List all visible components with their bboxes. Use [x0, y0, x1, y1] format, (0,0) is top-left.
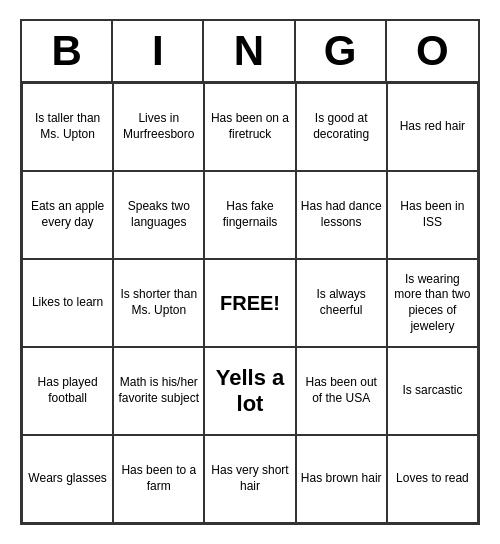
bingo-cell-1: Lives in Murfreesboro [113, 83, 204, 171]
bingo-cell-12: FREE! [204, 259, 295, 347]
bingo-cell-9: Has been in ISS [387, 171, 478, 259]
bingo-cell-18: Has been out of the USA [296, 347, 387, 435]
bingo-cell-17: Yells a lot [204, 347, 295, 435]
bingo-cell-10: Likes to learn [22, 259, 113, 347]
bingo-cell-19: Is sarcastic [387, 347, 478, 435]
bingo-letter-o: O [387, 21, 478, 81]
bingo-cell-16: Math is his/her favorite subject [113, 347, 204, 435]
bingo-letter-g: G [296, 21, 387, 81]
bingo-letter-b: B [22, 21, 113, 81]
bingo-letter-i: I [113, 21, 204, 81]
bingo-cell-13: Is always cheerful [296, 259, 387, 347]
bingo-cell-20: Wears glasses [22, 435, 113, 523]
bingo-grid: Is taller than Ms. UptonLives in Murfree… [22, 83, 478, 523]
bingo-cell-11: Is shorter than Ms. Upton [113, 259, 204, 347]
bingo-cell-8: Has had dance lessons [296, 171, 387, 259]
bingo-cell-5: Eats an apple every day [22, 171, 113, 259]
bingo-cell-23: Has brown hair [296, 435, 387, 523]
bingo-cell-22: Has very short hair [204, 435, 295, 523]
bingo-letter-n: N [204, 21, 295, 81]
bingo-cell-14: Is wearing more than two pieces of jewel… [387, 259, 478, 347]
bingo-cell-7: Has fake fingernails [204, 171, 295, 259]
bingo-cell-21: Has been to a farm [113, 435, 204, 523]
bingo-header: BINGO [22, 21, 478, 83]
bingo-cell-2: Has been on a firetruck [204, 83, 295, 171]
bingo-card: BINGO Is taller than Ms. UptonLives in M… [20, 19, 480, 525]
bingo-cell-3: Is good at decorating [296, 83, 387, 171]
bingo-cell-15: Has played football [22, 347, 113, 435]
bingo-cell-0: Is taller than Ms. Upton [22, 83, 113, 171]
bingo-cell-6: Speaks two languages [113, 171, 204, 259]
bingo-cell-24: Loves to read [387, 435, 478, 523]
bingo-cell-4: Has red hair [387, 83, 478, 171]
